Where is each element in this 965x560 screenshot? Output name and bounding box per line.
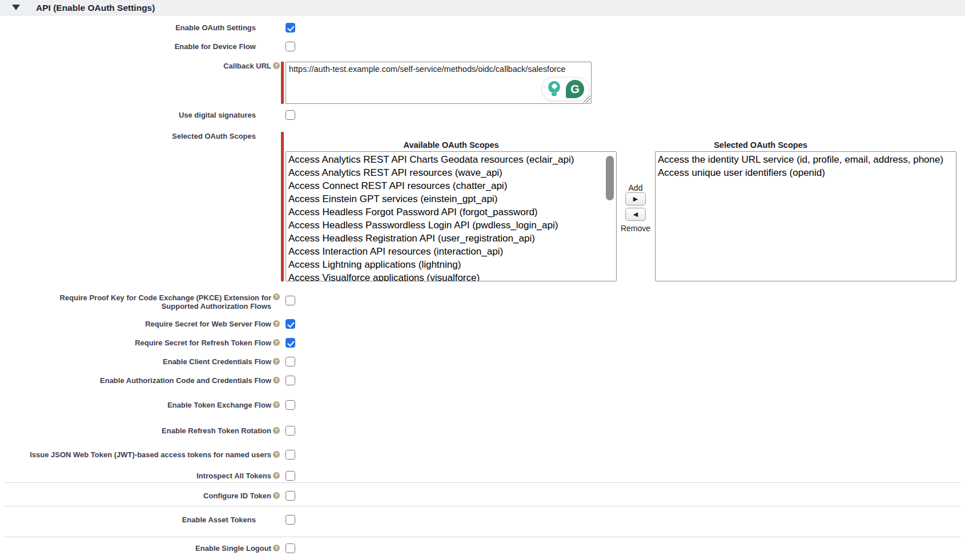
help-icon[interactable]: ?: [273, 427, 280, 434]
enable-device-flow-checkbox[interactable]: [286, 42, 295, 51]
enable-auth-code-credentials-checkbox[interactable]: [286, 376, 295, 385]
use-digital-signatures-label: Use digital signatures: [179, 110, 256, 120]
enable-token-exchange-label: Enable Token Exchange Flow: [167, 400, 271, 410]
enable-asset-tokens-row: Enable Asset Tokens: [0, 515, 965, 525]
scope-option[interactable]: Access Headless Forgot Password API (for…: [286, 206, 616, 219]
enable-device-flow-label: Enable for Device Flow: [175, 42, 256, 51]
enable-client-credentials-row: Enable Client Credentials Flow ?: [0, 357, 965, 366]
configure-id-token-label: Configure ID Token: [203, 491, 271, 501]
required-bar: [281, 62, 284, 104]
grammarly-suggestion-icon[interactable]: [546, 81, 562, 97]
scope-option[interactable]: Access Headless Passwordless Login API (…: [286, 219, 616, 232]
introspect-all-tokens-label: Introspect All Tokens: [196, 471, 271, 481]
grammarly-logo-icon[interactable]: G: [566, 80, 584, 98]
help-icon[interactable]: ?: [273, 293, 280, 300]
scope-option[interactable]: Access Analytics REST API resources (wav…: [286, 166, 616, 179]
enable-single-logout-row: Enable Single Logout ?: [0, 543, 965, 553]
required-bar: [281, 132, 284, 281]
scope-option[interactable]: Access Einstein GPT services (einstein_g…: [286, 192, 616, 206]
scope-option[interactable]: Access unique user identifiers (openid): [656, 166, 956, 179]
scope-option[interactable]: Access Visualforce applications (visualf…: [286, 271, 616, 281]
enable-asset-tokens-label: Enable Asset Tokens: [182, 515, 256, 525]
help-icon[interactable]: ?: [273, 492, 280, 499]
scope-option[interactable]: Access Connect REST API resources (chatt…: [286, 179, 616, 192]
divider: [5, 537, 960, 537]
callback-url-value: https://auth-test.example.com/self-servi…: [289, 64, 588, 74]
add-label: Add: [620, 183, 652, 192]
scope-option[interactable]: Access Analytics REST API Charts Geodata…: [286, 153, 616, 166]
configure-id-token-row: Configure ID Token ?: [0, 491, 965, 501]
help-icon[interactable]: ?: [273, 320, 280, 327]
left-arrow-icon: ◀: [633, 211, 638, 217]
add-button[interactable]: ▶: [625, 192, 646, 206]
enable-refresh-token-rotation-label: Enable Refresh Token Rotation: [162, 426, 271, 436]
divider: [5, 506, 960, 506]
scope-option[interactable]: Access the identity URL service (id, pro…: [656, 153, 956, 166]
require-secret-refresh-token-label: Require Secret for Refresh Token Flow: [135, 338, 271, 348]
selected-oauth-scopes-label: Selected OAuth Scopes: [0, 132, 280, 140]
issue-jwt-tokens-checkbox[interactable]: [286, 450, 295, 460]
scope-option[interactable]: Access Lightning applications (lightning…: [286, 258, 616, 271]
require-pkce-row: Require Proof Key for Code Exchange (PKC…: [0, 293, 965, 310]
issue-jwt-tokens-row: Issue JSON Web Token (JWT)-based access …: [0, 450, 965, 460]
introspect-all-tokens-checkbox[interactable]: [286, 471, 295, 481]
require-secret-refresh-token-checkbox[interactable]: [286, 338, 295, 348]
listbox-scrollbar-thumb[interactable]: [606, 156, 614, 200]
use-digital-signatures-row: Use digital signatures: [0, 110, 965, 120]
enable-single-logout-checkbox[interactable]: [286, 543, 295, 553]
collapse-triangle-icon[interactable]: [12, 5, 20, 10]
enable-asset-tokens-checkbox[interactable]: [286, 515, 295, 525]
require-secret-web-server-label: Require Secret for Web Server Flow: [145, 319, 271, 329]
divider: [5, 482, 960, 483]
scope-option[interactable]: Access Interaction API resources (intera…: [286, 245, 616, 258]
help-icon[interactable]: ?: [273, 377, 280, 384]
configure-id-token-checkbox[interactable]: [286, 491, 295, 501]
enable-oauth-settings-row: Enable OAuth Settings: [0, 23, 965, 33]
enable-device-flow-row: Enable for Device Flow: [0, 42, 965, 51]
enable-client-credentials-checkbox[interactable]: [286, 357, 295, 366]
enable-single-logout-label: Enable Single Logout: [195, 543, 271, 553]
enable-client-credentials-label: Enable Client Credentials Flow: [163, 357, 271, 366]
section-title: API (Enable OAuth Settings): [36, 2, 155, 13]
require-secret-refresh-token-row: Require Secret for Refresh Token Flow ?: [0, 338, 965, 348]
right-arrow-icon: ▶: [633, 195, 638, 202]
remove-button[interactable]: ◀: [625, 208, 646, 221]
scope-option[interactable]: Access Headless Registration API (user_r…: [286, 232, 616, 245]
require-pkce-checkbox[interactable]: [286, 296, 295, 305]
enable-token-exchange-row: Enable Token Exchange Flow ?: [0, 400, 965, 410]
help-icon[interactable]: ?: [273, 401, 280, 408]
enable-auth-code-credentials-label: Enable Authorization Code and Credential…: [100, 376, 271, 385]
require-secret-web-server-row: Require Secret for Web Server Flow ?: [0, 319, 965, 329]
help-icon[interactable]: ?: [273, 451, 280, 458]
require-secret-web-server-checkbox[interactable]: [286, 319, 295, 329]
enable-refresh-token-rotation-checkbox[interactable]: [286, 426, 295, 436]
available-scopes-listbox[interactable]: Access Analytics REST API Charts Geodata…: [286, 151, 617, 281]
help-icon[interactable]: ?: [273, 62, 280, 69]
introspect-all-tokens-row: Introspect All Tokens ?: [0, 471, 965, 481]
callback-url-textarea[interactable]: https://auth-test.example.com/self-servi…: [286, 62, 592, 104]
enable-auth-code-credentials-row: Enable Authorization Code and Credential…: [0, 376, 965, 385]
help-icon[interactable]: ?: [273, 472, 280, 479]
enable-refresh-token-rotation-row: Enable Refresh Token Rotation ?: [0, 426, 965, 436]
section-header: API (Enable OAuth Settings): [0, 0, 965, 15]
textarea-resize-handle[interactable]: [583, 95, 590, 103]
enable-token-exchange-checkbox[interactable]: [286, 400, 295, 410]
help-icon[interactable]: ?: [273, 339, 280, 346]
remove-label: Remove: [617, 224, 654, 233]
selected-scopes-header: Selected OAuth Scopes: [655, 140, 866, 150]
enable-oauth-settings-label: Enable OAuth Settings: [175, 23, 256, 33]
available-scopes-header: Available OAuth Scopes: [286, 140, 617, 150]
help-icon[interactable]: ?: [273, 358, 280, 365]
use-digital-signatures-checkbox[interactable]: [286, 110, 295, 120]
require-pkce-label: Require Proof Key for Code Exchange (PKC…: [54, 293, 271, 311]
selected-scopes-listbox[interactable]: Access the identity URL service (id, pro…: [655, 151, 956, 281]
callback-url-label: Callback URL: [223, 61, 271, 71]
grammarly-widget: G: [541, 77, 589, 101]
issue-jwt-tokens-label: Issue JSON Web Token (JWT)-based access …: [30, 450, 271, 460]
enable-oauth-settings-checkbox[interactable]: [286, 23, 295, 33]
help-icon[interactable]: ?: [273, 545, 280, 551]
